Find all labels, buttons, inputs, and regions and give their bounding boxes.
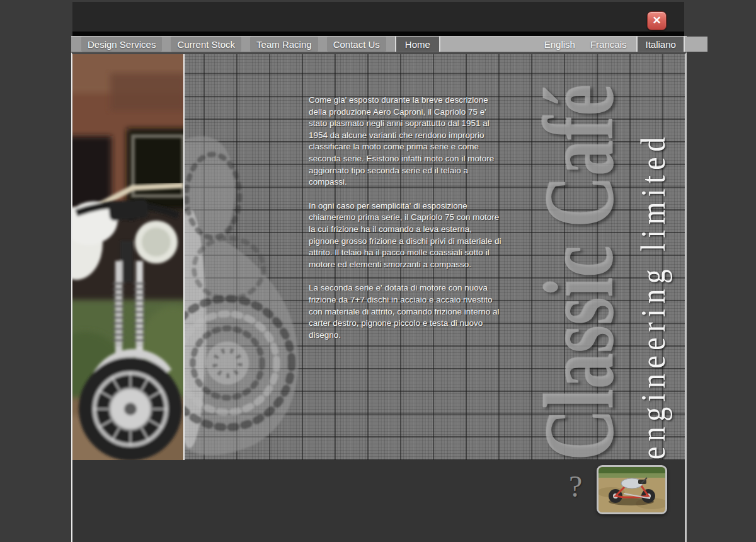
title-bar: ✕	[72, 2, 684, 32]
ghost-engine-sketch	[185, 120, 329, 460]
nav-item-contact-us[interactable]: Contact Us	[327, 37, 386, 52]
nav-item-design-services[interactable]: Design Services	[81, 37, 162, 52]
help-question-icon[interactable]: ?	[569, 469, 582, 504]
nav-item-home[interactable]: Home	[395, 37, 440, 52]
main-content: Come gia' esposto durante la breve descr…	[71, 52, 687, 460]
paragraph-2: In ogni caso per semplicita' di esposizi…	[309, 200, 501, 271]
page: ✕ Design Services Current Stock Team Rac…	[0, 0, 756, 542]
close-icon[interactable]: ✕	[647, 11, 667, 30]
article-text: Come gia' esposto durante la breve descr…	[309, 95, 501, 353]
paragraph-1: Come gia' esposto durante la breve descr…	[309, 95, 501, 188]
brand-title: Classic Café	[526, 57, 634, 460]
paragraph-3: La seconda serie e' dotata di motore con…	[309, 282, 501, 341]
footer-bar: ?	[71, 460, 687, 542]
lang-francais[interactable]: Francais	[585, 37, 632, 52]
titlebar-divider	[72, 32, 684, 36]
lang-italiano[interactable]: Italiano	[636, 37, 684, 52]
brand-title-text: Classic Café	[526, 57, 632, 460]
brand-subtitle-text: engineering limited	[630, 69, 677, 460]
brand-subtitle: engineering limited	[630, 56, 679, 459]
nav-item-team-racing[interactable]: Team Racing	[250, 37, 318, 52]
nav-item-current-stock[interactable]: Current Stock	[171, 37, 241, 52]
motorcycle-photo	[72, 54, 185, 460]
lang-english[interactable]: English	[539, 37, 580, 52]
motorcycle-thumbnail[interactable]	[597, 465, 667, 514]
language-switcher: English Francais Italiano	[440, 37, 707, 52]
browser-window: ✕ Design Services Current Stock Team Rac…	[71, 2, 687, 542]
navigation-bar: Design Services Current Stock Team Racin…	[71, 36, 687, 52]
